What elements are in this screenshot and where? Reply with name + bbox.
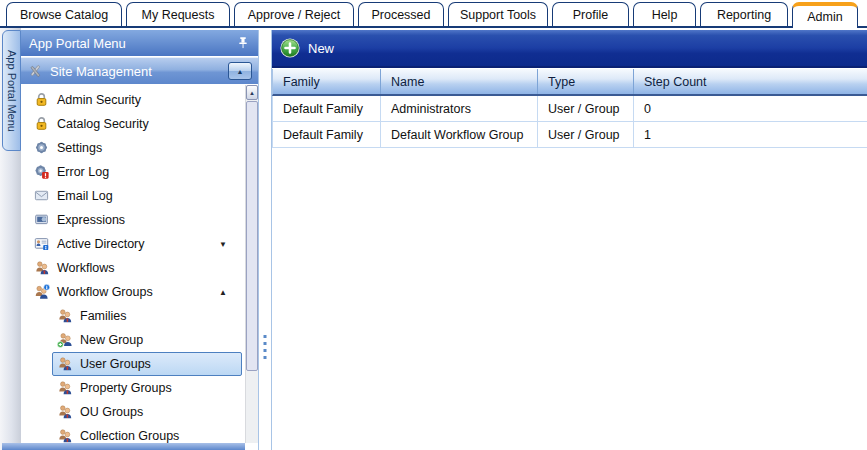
sidebar-item-new-group[interactable]: New Group bbox=[21, 328, 245, 352]
sidebar-item-catalog-security[interactable]: Catalog Security bbox=[21, 112, 245, 136]
table-cell: Default Workflow Group bbox=[381, 122, 538, 147]
sidebar-item-inner: New Group bbox=[52, 328, 242, 352]
sidebar-item-inner: Active Directory▼ bbox=[29, 232, 242, 256]
sidebar-item-label: Active Directory bbox=[57, 237, 145, 251]
sidebar-item-label: Workflow Groups bbox=[57, 285, 153, 299]
sidebar-item-label: Families bbox=[80, 309, 127, 323]
tab-support-tools[interactable]: Support Tools bbox=[448, 2, 548, 26]
people-icon bbox=[57, 428, 73, 443]
sidebar-item-label: Settings bbox=[57, 141, 102, 155]
sidebar-item-user-groups[interactable]: User Groups bbox=[21, 352, 245, 376]
sidebar-item-label: Expressions bbox=[57, 213, 125, 227]
people-icon bbox=[57, 308, 73, 324]
tab-reporting[interactable]: Reporting bbox=[700, 2, 788, 26]
sidebar-bottom-bar bbox=[2, 443, 245, 450]
people-icon bbox=[34, 260, 50, 276]
sidebar-item-property-groups[interactable]: Property Groups bbox=[21, 376, 245, 400]
sidebar-item-ou-groups[interactable]: OU Groups bbox=[21, 400, 245, 424]
new-button-label: New bbox=[308, 41, 334, 56]
sidebar-item-email-log[interactable]: Email Log bbox=[21, 184, 245, 208]
sidebar-item-error-log[interactable]: Error Log bbox=[21, 160, 245, 184]
tab-bar: Browse CatalogMy RequestsApprove / Rejec… bbox=[0, 0, 867, 28]
pin-icon[interactable] bbox=[236, 36, 250, 50]
mail-icon bbox=[34, 188, 50, 204]
sidebar-item-inner: Catalog Security bbox=[29, 112, 242, 136]
table-row[interactable]: Default FamilyAdministratorsUser / Group… bbox=[273, 96, 867, 122]
tab-my-requests[interactable]: My Requests bbox=[126, 2, 230, 26]
sidebar-item-inner: Property Groups bbox=[52, 376, 242, 400]
expressions-icon bbox=[34, 212, 50, 228]
people-icon bbox=[57, 380, 73, 396]
table-cell: User / Group bbox=[538, 122, 634, 147]
table-cell: 1 bbox=[634, 122, 867, 147]
sidebar-item-label: New Group bbox=[80, 333, 143, 347]
vertical-tab-label: App Portal Menu bbox=[6, 50, 18, 132]
plus-circle-icon bbox=[280, 38, 300, 58]
people-info-icon bbox=[34, 284, 50, 300]
tab-help[interactable]: Help bbox=[633, 2, 696, 26]
sidebar-item-admin-security[interactable]: Admin Security bbox=[21, 88, 245, 112]
splitter-grip-icon bbox=[264, 335, 267, 359]
sidebar-header: App Portal Menu bbox=[21, 30, 258, 56]
scrollbar-up-icon[interactable]: ▲ bbox=[246, 85, 258, 100]
sidebar-item-inner: Workflows bbox=[29, 256, 242, 280]
sidebar-item-expressions[interactable]: Expressions bbox=[21, 208, 245, 232]
sidebar-item-label: Error Log bbox=[57, 165, 109, 179]
sidebar-item-inner: Settings bbox=[29, 136, 242, 160]
vertical-tab-app-portal-menu[interactable]: App Portal Menu bbox=[2, 30, 21, 151]
column-header-step-count[interactable]: Step Count bbox=[634, 69, 867, 94]
people-icon bbox=[57, 356, 73, 372]
table-body: Default FamilyAdministratorsUser / Group… bbox=[272, 96, 867, 148]
sidebar-section-label: Site Management bbox=[50, 64, 152, 79]
gear-icon bbox=[34, 140, 50, 156]
sidebar-item-inner: Workflow Groups▲ bbox=[29, 280, 242, 304]
tab-processed[interactable]: Processed bbox=[358, 2, 444, 26]
tab-approve-reject[interactable]: Approve / Reject bbox=[234, 2, 354, 26]
sidebar-item-collection-groups[interactable]: Collection Groups bbox=[21, 424, 245, 443]
column-header-type[interactable]: Type bbox=[538, 69, 634, 94]
sidebar-item-inner: Families bbox=[52, 304, 242, 328]
sidebar-item-label: Admin Security bbox=[57, 93, 141, 107]
content-toolbar: New bbox=[272, 30, 867, 68]
sidebar-item-inner: Admin Security bbox=[29, 88, 242, 112]
people-plus-icon bbox=[57, 332, 73, 348]
sidebar-item-label: Property Groups bbox=[80, 381, 172, 395]
panel-splitter[interactable] bbox=[258, 30, 272, 450]
chevron-up-icon[interactable]: ▲ bbox=[219, 288, 227, 297]
sidebar-item-label: OU Groups bbox=[80, 405, 143, 419]
sidebar-item-workflows[interactable]: Workflows bbox=[21, 256, 245, 280]
sidebar-item-inner: Error Log bbox=[29, 160, 242, 184]
table-cell: Default Family bbox=[273, 122, 381, 147]
sidebar-item-families[interactable]: Families bbox=[21, 304, 245, 328]
lock-icon bbox=[34, 92, 50, 108]
sidebar-item-inner: User Groups bbox=[52, 352, 242, 376]
tab-browse-catalog[interactable]: Browse Catalog bbox=[6, 2, 122, 26]
table-cell: Administrators bbox=[381, 96, 538, 121]
column-header-family[interactable]: Family bbox=[273, 69, 381, 94]
sidebar-item-inner: Email Log bbox=[29, 184, 242, 208]
table-header: FamilyNameTypeStep Count bbox=[272, 69, 867, 96]
sidebar-item-label: Catalog Security bbox=[57, 117, 149, 131]
tab-profile[interactable]: Profile bbox=[552, 2, 629, 26]
sidebar-item-workflow-groups[interactable]: Workflow Groups▲ bbox=[21, 280, 245, 304]
new-button[interactable]: New bbox=[280, 38, 334, 58]
sidebar-list: Admin SecurityCatalog SecuritySettingsEr… bbox=[21, 84, 245, 443]
tab-admin[interactable]: Admin bbox=[792, 2, 858, 28]
table-cell: Default Family bbox=[273, 96, 381, 121]
sidebar-scrollbar[interactable]: ▲ bbox=[245, 85, 258, 443]
column-header-name[interactable]: Name bbox=[381, 69, 538, 94]
sidebar-item-label: Email Log bbox=[57, 189, 113, 203]
scrollbar-thumb[interactable] bbox=[246, 101, 258, 371]
sidebar-item-label: Workflows bbox=[57, 261, 114, 275]
sidebar-item-label: User Groups bbox=[80, 357, 151, 371]
table-cell: User / Group bbox=[538, 96, 634, 121]
sidebar-item-inner: OU Groups bbox=[52, 400, 242, 424]
app-portal-window: Browse CatalogMy RequestsApprove / Rejec… bbox=[0, 0, 867, 450]
chevron-down-icon[interactable]: ▼ bbox=[219, 240, 227, 249]
sidebar-item-settings[interactable]: Settings bbox=[21, 136, 245, 160]
table-row[interactable]: Default FamilyDefault Workflow GroupUser… bbox=[273, 122, 867, 148]
collapse-up-button[interactable]: ▲ bbox=[228, 62, 252, 80]
tools-icon bbox=[27, 63, 43, 79]
sidebar-item-active-directory[interactable]: Active Directory▼ bbox=[21, 232, 245, 256]
sidebar-section-site-management[interactable]: Site Management ▲ bbox=[21, 57, 258, 84]
